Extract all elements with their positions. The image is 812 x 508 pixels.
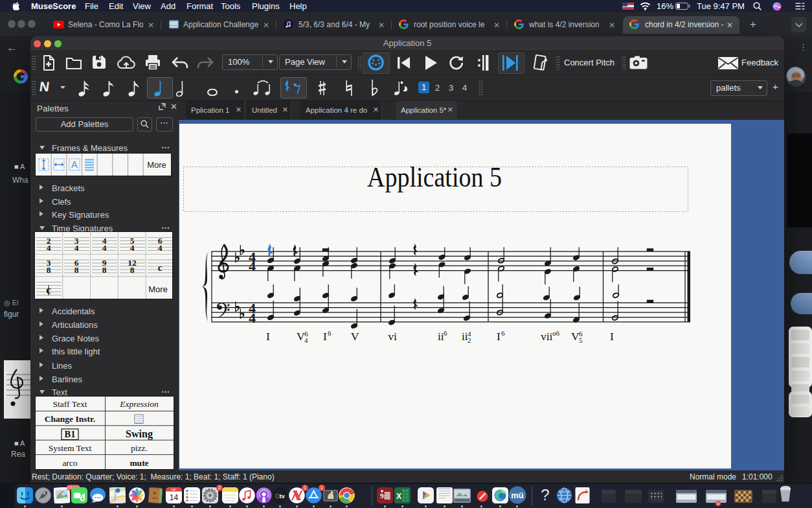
svg-text:arco: arco: [62, 458, 77, 468]
svg-text:4: 4: [249, 310, 256, 326]
svg-text:Expression: Expression: [119, 399, 159, 409]
svg-text:More: More: [147, 160, 166, 170]
svg-text:4: 4: [102, 243, 107, 253]
svg-text:c: c: [158, 262, 163, 273]
svg-text:pizz.: pizz.: [131, 443, 148, 453]
svg-text:mute: mute: [130, 458, 148, 468]
svg-text:tv: tv: [275, 493, 285, 500]
svg-text:I: I: [266, 330, 270, 343]
svg-text:8: 8: [130, 265, 135, 275]
svg-text:8: 8: [47, 265, 51, 275]
svg-text:System Text: System Text: [49, 443, 92, 453]
svg-text:B1: B1: [65, 429, 76, 439]
svg-text:A: A: [71, 159, 78, 170]
svg-text:Change Instr.: Change Instr.: [45, 414, 95, 424]
svg-text:4: 4: [74, 243, 79, 253]
svg-text:?: ?: [541, 487, 549, 503]
svg-text:vii: vii: [541, 330, 553, 343]
svg-text:I: I: [323, 330, 327, 343]
svg-text:4: 4: [249, 258, 256, 274]
svg-text:6: 6: [328, 329, 332, 337]
svg-text:6: 6: [444, 329, 447, 337]
svg-text:X: X: [396, 492, 401, 501]
svg-text:4: 4: [304, 336, 308, 344]
svg-text:SAT: SAT: [172, 488, 177, 491]
svg-text:vi: vi: [388, 330, 397, 343]
svg-text:I: I: [497, 330, 501, 343]
svg-text:mü: mü: [511, 491, 524, 500]
svg-text:4: 4: [47, 243, 51, 253]
svg-text:14: 14: [170, 493, 179, 502]
svg-text:I: I: [610, 330, 614, 343]
svg-text:o6: o6: [552, 329, 560, 337]
svg-text:Swing: Swing: [126, 428, 153, 440]
svg-text:2: 2: [468, 336, 471, 344]
svg-text:Staff Text: Staff Text: [53, 399, 87, 409]
svg-text:4: 4: [158, 243, 163, 253]
svg-text:4: 4: [130, 243, 135, 253]
svg-text:5: 5: [579, 336, 583, 344]
svg-text:More: More: [148, 284, 168, 294]
svg-text:8: 8: [74, 265, 79, 275]
svg-text:8: 8: [102, 265, 107, 275]
svg-text:Application 5: Application 5: [367, 161, 502, 193]
svg-text:V: V: [351, 330, 359, 343]
svg-text:6: 6: [501, 329, 505, 337]
